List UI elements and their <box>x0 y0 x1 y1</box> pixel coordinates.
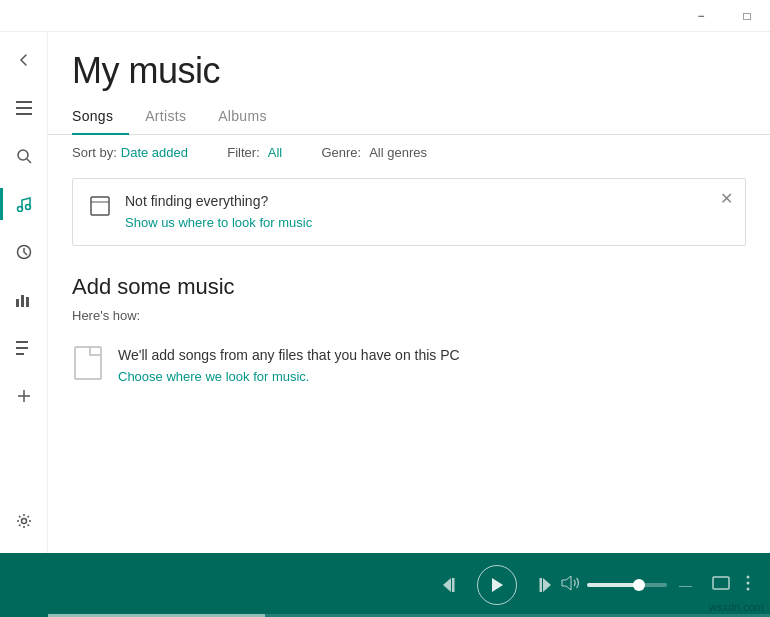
sidebar-item-recent[interactable] <box>0 228 48 276</box>
svg-rect-19 <box>75 347 101 379</box>
tab-songs[interactable]: Songs <box>72 100 129 134</box>
player-right-controls: — <box>561 575 750 595</box>
svg-point-3 <box>18 150 28 160</box>
svg-point-6 <box>25 205 30 210</box>
volume-fill <box>587 583 639 587</box>
svg-marker-22 <box>492 578 503 592</box>
svg-point-29 <box>747 588 750 591</box>
svg-point-16 <box>21 519 26 524</box>
filter-separator-2 <box>298 145 305 160</box>
svg-line-4 <box>27 159 31 163</box>
svg-point-28 <box>747 582 750 585</box>
player-controls <box>433 565 561 605</box>
svg-rect-10 <box>26 297 29 307</box>
play-button[interactable] <box>477 565 517 605</box>
sidebar-item-music[interactable] <box>0 180 48 228</box>
svg-marker-20 <box>443 578 451 592</box>
banner-title: Not finding everything? <box>125 193 729 209</box>
add-music-item: We'll add songs from any files that you … <box>72 343 746 387</box>
content-area: My music Songs Artists Albums Sort by: D… <box>48 32 770 553</box>
svg-marker-23 <box>543 578 551 592</box>
add-music-section: Add some music Here's how: We'll add son… <box>48 254 770 553</box>
svg-rect-21 <box>452 578 455 592</box>
sidebar-item-menu[interactable] <box>0 84 48 132</box>
volume-slider[interactable] <box>587 583 667 587</box>
titlebar: − □ <box>0 0 770 32</box>
svg-point-27 <box>747 576 750 579</box>
svg-point-5 <box>17 207 22 212</box>
svg-rect-26 <box>713 577 729 589</box>
volume-dash: — <box>675 578 696 593</box>
sidebar-item-settings[interactable] <box>0 497 48 545</box>
sidebar <box>0 32 48 553</box>
more-options-button[interactable] <box>746 575 750 595</box>
tab-artists[interactable]: Artists <box>145 100 202 134</box>
svg-rect-11 <box>16 341 28 343</box>
banner-link[interactable]: Show us where to look for music <box>125 215 312 230</box>
window-controls: − □ <box>678 0 770 31</box>
volume-icon[interactable] <box>561 575 579 595</box>
sidebar-item-playlist[interactable] <box>0 324 48 372</box>
sort-value[interactable]: Date added <box>121 145 188 160</box>
filter-label: Filter: <box>227 145 260 160</box>
not-finding-banner: Not finding everything? Show us where to… <box>72 178 746 246</box>
svg-rect-1 <box>16 107 32 109</box>
svg-marker-25 <box>562 576 571 590</box>
add-music-title: Add some music <box>72 274 746 300</box>
minimize-button[interactable]: − <box>678 0 724 32</box>
sidebar-item-chart[interactable] <box>0 276 48 324</box>
prev-button[interactable] <box>433 567 469 603</box>
filters-bar: Sort by: Date added Filter: All Genre: A… <box>48 135 770 170</box>
banner-text: Not finding everything? Show us where to… <box>125 193 729 231</box>
sidebar-item-add[interactable] <box>0 372 48 420</box>
svg-rect-0 <box>16 101 32 103</box>
choose-music-location-link[interactable]: Choose where we look for music. <box>118 369 309 384</box>
next-button[interactable] <box>525 567 561 603</box>
banner-close-button[interactable]: ✕ <box>720 191 733 207</box>
genre-value: All genres <box>369 145 427 160</box>
banner-book-icon <box>89 195 113 219</box>
svg-rect-13 <box>16 353 24 355</box>
sidebar-item-search[interactable] <box>0 132 48 180</box>
svg-rect-8 <box>16 299 19 307</box>
add-music-item-text: We'll add songs from any files that you … <box>118 345 460 387</box>
fullscreen-button[interactable] <box>712 576 730 594</box>
player-bar: — <box>0 553 770 617</box>
svg-rect-12 <box>16 347 28 349</box>
genre-label: Genre: <box>321 145 361 160</box>
svg-rect-9 <box>21 295 24 307</box>
svg-rect-2 <box>16 113 32 115</box>
add-music-file-icon <box>72 343 104 383</box>
maximize-button[interactable]: □ <box>724 0 770 32</box>
volume-knob[interactable] <box>633 579 645 591</box>
svg-rect-24 <box>540 578 543 592</box>
page-title: My music <box>48 32 770 100</box>
svg-rect-17 <box>91 197 109 215</box>
add-music-subtitle: Here's how: <box>72 308 746 323</box>
filter-value[interactable]: All <box>268 145 282 160</box>
tab-albums[interactable]: Albums <box>218 100 282 134</box>
app-body: My music Songs Artists Albums Sort by: D… <box>0 32 770 553</box>
sidebar-item-back[interactable] <box>0 36 48 84</box>
tabs-bar: Songs Artists Albums <box>48 100 770 135</box>
filter-separator-1 <box>204 145 211 160</box>
sort-label: Sort by: <box>72 145 117 160</box>
